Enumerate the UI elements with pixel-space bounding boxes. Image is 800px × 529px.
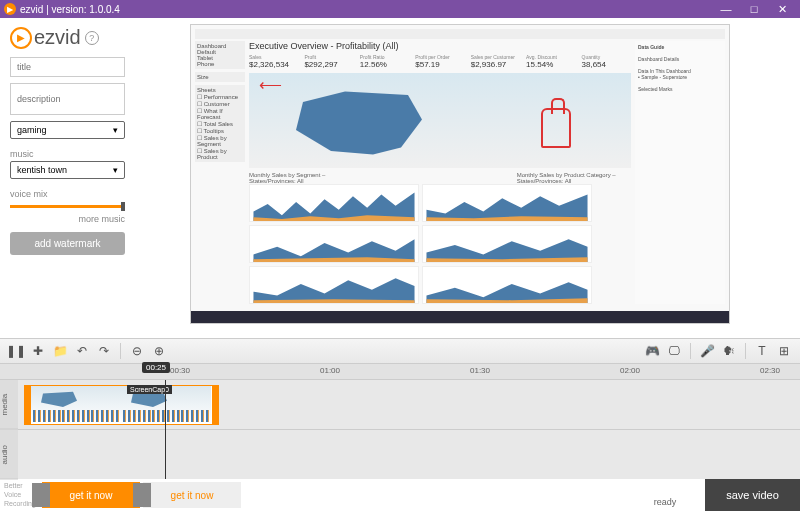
status-text: ready	[625, 479, 705, 511]
music-value: kentish town	[17, 165, 67, 175]
timeline: 00:25 00:30 01:00 01:30 02:00 02:30 medi…	[0, 364, 800, 479]
annotation-thumbs-up-icon	[541, 108, 571, 148]
music-label: music	[10, 149, 130, 159]
timeline-clip[interactable]: ScreenCap0	[24, 385, 219, 425]
description-input[interactable]	[10, 83, 125, 115]
text-button[interactable]: T	[754, 343, 770, 359]
microphone-button[interactable]: 🎤	[699, 343, 715, 359]
add-media-button[interactable]: ✚	[30, 343, 46, 359]
playhead-time: 00:25	[142, 362, 170, 373]
annotation-arrow-icon: ⟵	[259, 75, 282, 94]
promo-button-2[interactable]: get it now	[143, 482, 241, 508]
save-video-button[interactable]: save video	[705, 479, 800, 511]
audio-track[interactable]	[18, 430, 800, 479]
help-icon[interactable]: ?	[85, 31, 99, 45]
minimize-button[interactable]: —	[712, 3, 740, 15]
dashboard-title: Executive Overview - Profitability (All)	[249, 41, 631, 51]
slider-thumb[interactable]	[121, 202, 125, 211]
clip-handle-right[interactable]	[212, 386, 218, 424]
logo: ▶ ezvid ?	[10, 26, 130, 49]
timeline-ruler[interactable]: 00:25 00:30 01:00 01:30 02:00 02:30	[0, 364, 800, 380]
close-button[interactable]: ✕	[768, 3, 796, 16]
title-input[interactable]	[10, 57, 125, 77]
voice-mix-label: voice mix	[10, 189, 130, 199]
chevron-down-icon: ▾	[113, 165, 118, 175]
window-titlebar: ▶ ezvid | version: 1.0.0.4 — □ ✕	[0, 0, 800, 18]
preview-dashboard-sidebar: DashboardDefaultTabletPhone Size Sheets☐…	[195, 41, 245, 304]
open-folder-button[interactable]: 📁	[52, 343, 68, 359]
category-value: gaming	[17, 125, 47, 135]
audio-track-label: audio	[0, 430, 18, 480]
media-track-label: media	[0, 380, 18, 430]
redo-button[interactable]: ↷	[96, 343, 112, 359]
gamepad-icon[interactable]: 🎮	[644, 343, 660, 359]
zoom-out-button[interactable]: ⊖	[129, 343, 145, 359]
preview-data-guide: Data GuideDashboard DetailsData In This …	[635, 41, 725, 304]
preview-taskbar	[191, 311, 729, 323]
voice-mix-slider[interactable]	[10, 205, 125, 208]
chart-grid	[249, 184, 631, 304]
voice-synth-button[interactable]: 🗣	[721, 343, 737, 359]
preview-window-chrome	[195, 29, 725, 39]
playhead-line[interactable]	[165, 380, 166, 479]
music-select[interactable]: kentish town ▾	[10, 161, 125, 179]
chevron-down-icon: ▾	[113, 125, 118, 135]
video-effects-button[interactable]: ⊞	[776, 343, 792, 359]
undo-button[interactable]: ↶	[74, 343, 90, 359]
logo-icon: ▶	[10, 27, 32, 49]
app-icon: ▶	[4, 3, 16, 15]
maximize-button[interactable]: □	[740, 3, 768, 15]
window-title: ezvid | version: 1.0.0.4	[20, 4, 712, 15]
category-select[interactable]: gaming ▾	[10, 121, 125, 139]
footer: BetterVoiceRecording get it now get it n…	[0, 479, 800, 511]
media-track[interactable]: ScreenCap0	[18, 380, 800, 430]
logo-text: ezvid	[34, 26, 81, 49]
zoom-in-button[interactable]: ⊕	[151, 343, 167, 359]
video-preview: DashboardDefaultTabletPhone Size Sheets☐…	[190, 24, 730, 324]
screen-capture-button[interactable]: 🖵	[666, 343, 682, 359]
kpi-row: Sales$2,326,534 Profit$292,297 Profit Ra…	[249, 54, 631, 69]
add-watermark-button[interactable]: add watermark	[10, 232, 125, 255]
toolbar: ❚❚ ✚ 📁 ↶ ↷ ⊖ ⊕ 🎮 🖵 🎤 🗣 T ⊞	[0, 338, 800, 364]
map-chart: ⟵	[249, 73, 631, 168]
pause-button[interactable]: ❚❚	[8, 343, 24, 359]
sidebar: ▶ ezvid ? gaming ▾ music kentish town ▾ …	[0, 18, 140, 338]
us-map-shape	[289, 88, 429, 158]
promo-button-1[interactable]: get it now	[42, 482, 140, 508]
preview-canvas: DashboardDefaultTabletPhone Size Sheets☐…	[140, 18, 800, 338]
more-music-link[interactable]: more music	[10, 214, 125, 224]
